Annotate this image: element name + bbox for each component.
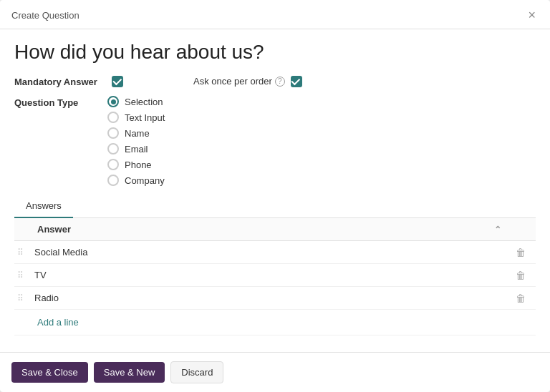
radio-label-phone: Phone: [125, 160, 152, 170]
add-line-drag: [14, 310, 32, 335]
save-new-button[interactable]: Save & New: [94, 362, 165, 383]
delete-button-2[interactable]: 🗑: [510, 265, 531, 285]
ask-once-help-icon[interactable]: ?: [275, 77, 285, 87]
empty-cell-3: [488, 287, 510, 310]
drag-handle-2[interactable]: ⠿: [14, 264, 32, 287]
mandatory-section: Mandatory Answer: [14, 75, 193, 87]
trash-icon-3: 🗑: [516, 293, 526, 304]
options-row: Mandatory Answer Ask once per order ?: [14, 75, 536, 87]
discard-button[interactable]: Discard: [170, 361, 223, 383]
radio-label-name: Name: [125, 128, 150, 139]
dialog-header: Create Question ×: [0, 0, 550, 29]
radio-label-company: Company: [125, 175, 165, 186]
radio-circle-email: [107, 143, 119, 155]
radio-name[interactable]: Name: [107, 127, 165, 139]
dialog-footer: Save & Close Save & New Discard: [0, 352, 550, 392]
drag-handle-3[interactable]: ⠿: [14, 287, 32, 310]
save-close-button[interactable]: Save & Close: [11, 362, 88, 383]
radio-label-text-input: Text Input: [125, 112, 165, 123]
trash-icon-1: 🗑: [516, 247, 526, 258]
dialog-body: How did you hear about us? Mandatory Ans…: [0, 29, 550, 352]
question-title: How did you hear about us?: [14, 41, 536, 64]
radio-circle-name: [107, 127, 119, 139]
dialog-title: Create Question: [11, 10, 79, 21]
delete-cell-1: 🗑: [510, 241, 536, 264]
radio-circle-company: [107, 175, 119, 186]
question-type-row: Question Type Selection Text Input Name: [14, 96, 536, 186]
question-type-radio-group: Selection Text Input Name Email Phone: [107, 96, 165, 186]
table-row: ⠿ TV 🗑: [14, 264, 536, 287]
radio-text-input[interactable]: Text Input: [107, 112, 165, 123]
delete-cell-2: 🗑: [510, 264, 536, 287]
delete-cell-3: 🗑: [510, 287, 536, 310]
delete-button-3[interactable]: 🗑: [510, 288, 531, 308]
radio-phone[interactable]: Phone: [107, 159, 165, 170]
chevron-down-icon: ⌃: [494, 225, 501, 235]
create-question-dialog: Create Question × How did you hear about…: [0, 0, 550, 392]
radio-circle-selection: [107, 96, 119, 107]
answer-cell-3: Radio: [32, 287, 488, 310]
empty-cell-2: [488, 264, 510, 287]
table-row: ⠿ Radio 🗑: [14, 287, 536, 310]
question-type-label: Question Type: [14, 96, 107, 108]
col-answer-header: Answer: [32, 218, 488, 241]
mandatory-label: Mandatory Answer: [14, 75, 107, 87]
ask-once-section: Ask once per order ?: [193, 76, 302, 87]
tabs-section: Answers: [14, 195, 536, 218]
radio-label-email: Email: [125, 144, 148, 155]
radio-email[interactable]: Email: [107, 143, 165, 155]
radio-circle-text-input: [107, 112, 119, 123]
answer-cell-1: Social Media: [32, 241, 488, 264]
radio-selection[interactable]: Selection: [107, 96, 165, 107]
mandatory-checkbox[interactable]: [112, 76, 123, 87]
add-line-cell: Add a line: [32, 310, 536, 335]
drag-handle-1[interactable]: ⠿: [14, 241, 32, 264]
col-delete: [510, 218, 536, 241]
tab-answers[interactable]: Answers: [14, 195, 73, 218]
col-chevron: ⌃: [488, 218, 510, 241]
col-drag: [14, 218, 32, 241]
delete-button-1[interactable]: 🗑: [510, 242, 531, 263]
add-line-row: Add a line: [14, 310, 536, 335]
add-line-button[interactable]: Add a line: [32, 310, 85, 335]
radio-circle-phone: [107, 159, 119, 170]
answers-table: Answer ⌃ ⠿ Social Media 🗑: [14, 218, 536, 335]
trash-icon-2: 🗑: [516, 270, 526, 281]
table-row: ⠿ Social Media 🗑: [14, 241, 536, 264]
ask-once-label: Ask once per order: [193, 76, 272, 87]
ask-once-checkbox[interactable]: [291, 76, 302, 87]
empty-cell-1: [488, 241, 510, 264]
radio-company[interactable]: Company: [107, 175, 165, 186]
radio-label-selection: Selection: [125, 97, 163, 107]
answer-cell-2: TV: [32, 264, 488, 287]
close-button[interactable]: ×: [525, 7, 539, 23]
